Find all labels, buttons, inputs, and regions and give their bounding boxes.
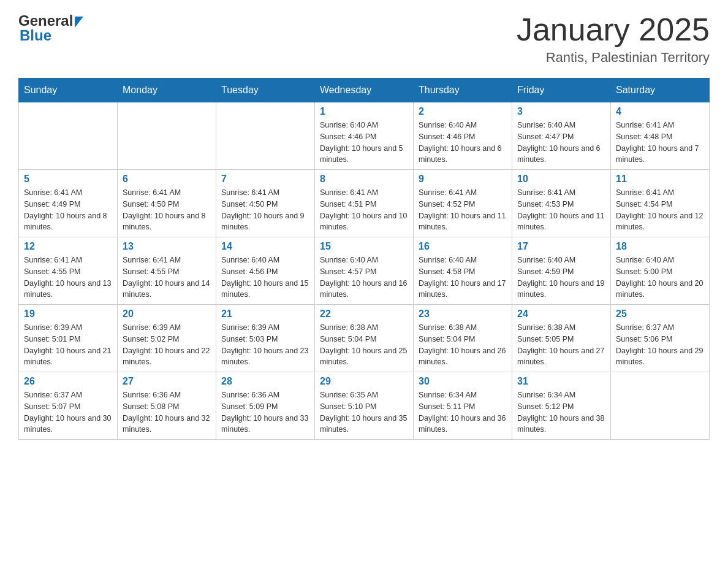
- col-thursday: Thursday: [414, 79, 512, 102]
- day-number: 19: [24, 308, 112, 320]
- col-monday: Monday: [118, 79, 216, 102]
- calendar-week-row: 26Sunrise: 6:37 AM Sunset: 5:07 PM Dayli…: [19, 372, 710, 440]
- day-info: Sunrise: 6:38 AM Sunset: 5:04 PM Dayligh…: [419, 322, 507, 368]
- day-info: Sunrise: 6:41 AM Sunset: 4:54 PM Dayligh…: [616, 187, 704, 233]
- calendar-week-row: 5Sunrise: 6:41 AM Sunset: 4:49 PM Daylig…: [19, 170, 710, 237]
- day-info: Sunrise: 6:39 AM Sunset: 5:03 PM Dayligh…: [221, 322, 309, 368]
- calendar-cell: 23Sunrise: 6:38 AM Sunset: 5:04 PM Dayli…: [414, 305, 512, 372]
- day-number: 30: [419, 376, 507, 387]
- day-info: Sunrise: 6:41 AM Sunset: 4:55 PM Dayligh…: [24, 255, 112, 301]
- location-title: Rantis, Palestinian Territory: [517, 50, 710, 66]
- day-number: 23: [419, 308, 507, 320]
- calendar-cell: 11Sunrise: 6:41 AM Sunset: 4:54 PM Dayli…: [611, 170, 710, 237]
- calendar-cell: 4Sunrise: 6:41 AM Sunset: 4:48 PM Daylig…: [611, 102, 710, 170]
- day-number: 29: [320, 376, 408, 387]
- calendar-cell: 3Sunrise: 6:40 AM Sunset: 4:47 PM Daylig…: [512, 102, 611, 170]
- day-number: 5: [24, 174, 112, 185]
- day-number: 13: [123, 241, 211, 252]
- day-info: Sunrise: 6:41 AM Sunset: 4:55 PM Dayligh…: [123, 255, 211, 301]
- calendar-cell: 25Sunrise: 6:37 AM Sunset: 5:06 PM Dayli…: [611, 305, 710, 372]
- day-info: Sunrise: 6:40 AM Sunset: 4:59 PM Dayligh…: [517, 255, 605, 301]
- col-wednesday: Wednesday: [315, 79, 414, 102]
- day-number: 16: [419, 241, 507, 252]
- day-number: 15: [320, 241, 408, 252]
- col-saturday: Saturday: [611, 79, 710, 102]
- calendar-cell: 17Sunrise: 6:40 AM Sunset: 4:59 PM Dayli…: [512, 237, 611, 305]
- day-number: 31: [517, 376, 605, 387]
- calendar-cell: 31Sunrise: 6:34 AM Sunset: 5:12 PM Dayli…: [512, 372, 611, 440]
- day-number: 14: [221, 241, 309, 252]
- day-number: 4: [616, 106, 704, 117]
- day-number: 10: [517, 174, 605, 185]
- calendar-cell: 10Sunrise: 6:41 AM Sunset: 4:53 PM Dayli…: [512, 170, 611, 237]
- logo: General Blue: [18, 12, 83, 44]
- col-friday: Friday: [512, 79, 611, 102]
- day-number: 18: [616, 241, 704, 252]
- day-number: 2: [419, 106, 507, 117]
- calendar-cell: 14Sunrise: 6:40 AM Sunset: 4:56 PM Dayli…: [216, 237, 315, 305]
- day-number: 11: [616, 174, 704, 185]
- calendar-cell: 21Sunrise: 6:39 AM Sunset: 5:03 PM Dayli…: [216, 305, 315, 372]
- day-info: Sunrise: 6:34 AM Sunset: 5:11 PM Dayligh…: [419, 389, 507, 435]
- calendar-cell: 16Sunrise: 6:40 AM Sunset: 4:58 PM Dayli…: [414, 237, 512, 305]
- day-info: Sunrise: 6:39 AM Sunset: 5:01 PM Dayligh…: [24, 322, 112, 368]
- day-info: Sunrise: 6:34 AM Sunset: 5:12 PM Dayligh…: [517, 389, 605, 435]
- col-tuesday: Tuesday: [216, 79, 315, 102]
- day-number: 6: [123, 174, 211, 185]
- logo-arrow-icon: [75, 17, 83, 28]
- day-number: 12: [24, 241, 112, 252]
- calendar-cell: 26Sunrise: 6:37 AM Sunset: 5:07 PM Dayli…: [19, 372, 118, 440]
- calendar-cell: 6Sunrise: 6:41 AM Sunset: 4:50 PM Daylig…: [118, 170, 216, 237]
- calendar-cell: 19Sunrise: 6:39 AM Sunset: 5:01 PM Dayli…: [19, 305, 118, 372]
- calendar-cell: 29Sunrise: 6:35 AM Sunset: 5:10 PM Dayli…: [315, 372, 414, 440]
- calendar-week-row: 1Sunrise: 6:40 AM Sunset: 4:46 PM Daylig…: [19, 102, 710, 170]
- day-info: Sunrise: 6:37 AM Sunset: 5:07 PM Dayligh…: [24, 389, 112, 435]
- calendar-cell: 8Sunrise: 6:41 AM Sunset: 4:51 PM Daylig…: [315, 170, 414, 237]
- day-info: Sunrise: 6:41 AM Sunset: 4:50 PM Dayligh…: [221, 187, 309, 233]
- day-info: Sunrise: 6:36 AM Sunset: 5:08 PM Dayligh…: [123, 389, 211, 435]
- calendar-header-row: Sunday Monday Tuesday Wednesday Thursday…: [19, 79, 710, 102]
- calendar-cell: 5Sunrise: 6:41 AM Sunset: 4:49 PM Daylig…: [19, 170, 118, 237]
- calendar-table: Sunday Monday Tuesday Wednesday Thursday…: [18, 78, 710, 440]
- day-info: Sunrise: 6:39 AM Sunset: 5:02 PM Dayligh…: [123, 322, 211, 368]
- calendar-cell: 18Sunrise: 6:40 AM Sunset: 5:00 PM Dayli…: [611, 237, 710, 305]
- day-info: Sunrise: 6:40 AM Sunset: 4:57 PM Dayligh…: [320, 255, 408, 301]
- day-number: 1: [320, 106, 408, 117]
- day-info: Sunrise: 6:40 AM Sunset: 4:47 PM Dayligh…: [517, 120, 605, 166]
- calendar-cell: 27Sunrise: 6:36 AM Sunset: 5:08 PM Dayli…: [118, 372, 216, 440]
- month-title: January 2025: [517, 12, 710, 47]
- calendar-cell: 24Sunrise: 6:38 AM Sunset: 5:05 PM Dayli…: [512, 305, 611, 372]
- day-number: 3: [517, 106, 605, 117]
- page-header: General Blue January 2025 Rantis, Palest…: [18, 12, 710, 66]
- day-info: Sunrise: 6:41 AM Sunset: 4:53 PM Dayligh…: [517, 187, 605, 233]
- calendar-cell: 28Sunrise: 6:36 AM Sunset: 5:09 PM Dayli…: [216, 372, 315, 440]
- calendar-cell: 13Sunrise: 6:41 AM Sunset: 4:55 PM Dayli…: [118, 237, 216, 305]
- day-info: Sunrise: 6:41 AM Sunset: 4:48 PM Dayligh…: [616, 120, 704, 166]
- day-number: 25: [616, 308, 704, 320]
- day-info: Sunrise: 6:41 AM Sunset: 4:51 PM Dayligh…: [320, 187, 408, 233]
- day-info: Sunrise: 6:40 AM Sunset: 5:00 PM Dayligh…: [616, 255, 704, 301]
- title-section: January 2025 Rantis, Palestinian Territo…: [517, 12, 710, 66]
- day-number: 26: [24, 376, 112, 387]
- calendar-cell: 1Sunrise: 6:40 AM Sunset: 4:46 PM Daylig…: [315, 102, 414, 170]
- calendar-week-row: 12Sunrise: 6:41 AM Sunset: 4:55 PM Dayli…: [19, 237, 710, 305]
- calendar-cell: 7Sunrise: 6:41 AM Sunset: 4:50 PM Daylig…: [216, 170, 315, 237]
- calendar-cell: 2Sunrise: 6:40 AM Sunset: 4:46 PM Daylig…: [414, 102, 512, 170]
- day-number: 22: [320, 308, 408, 320]
- day-info: Sunrise: 6:40 AM Sunset: 4:58 PM Dayligh…: [419, 255, 507, 301]
- calendar-cell: [611, 372, 710, 440]
- day-info: Sunrise: 6:36 AM Sunset: 5:09 PM Dayligh…: [221, 389, 309, 435]
- day-number: 27: [123, 376, 211, 387]
- day-number: 17: [517, 241, 605, 252]
- day-info: Sunrise: 6:41 AM Sunset: 4:50 PM Dayligh…: [123, 187, 211, 233]
- day-number: 8: [320, 174, 408, 185]
- calendar-cell: 22Sunrise: 6:38 AM Sunset: 5:04 PM Dayli…: [315, 305, 414, 372]
- logo-blue-text: Blue: [20, 27, 51, 44]
- calendar-week-row: 19Sunrise: 6:39 AM Sunset: 5:01 PM Dayli…: [19, 305, 710, 372]
- calendar-cell: [216, 102, 315, 170]
- calendar-cell: [118, 102, 216, 170]
- day-info: Sunrise: 6:38 AM Sunset: 5:05 PM Dayligh…: [517, 322, 605, 368]
- day-number: 20: [123, 308, 211, 320]
- day-number: 9: [419, 174, 507, 185]
- calendar-cell: [19, 102, 118, 170]
